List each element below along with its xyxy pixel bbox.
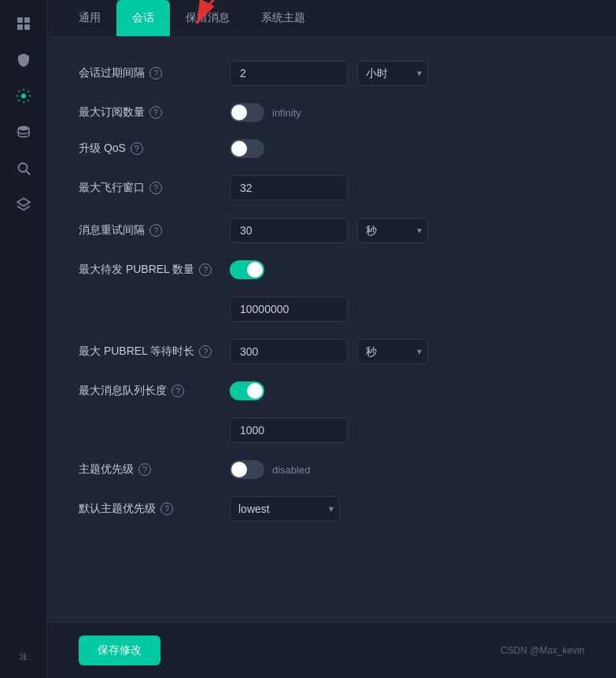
sidebar: 注	[0, 0, 47, 678]
help-max-inflight[interactable]: ?	[149, 182, 162, 194]
help-max-subscriptions[interactable]: ?	[149, 106, 162, 119]
svg-point-5	[18, 126, 29, 131]
tab-general[interactable]: 通用	[63, 0, 116, 36]
select-default-topic-priority[interactable]: lowest low medium high highest	[230, 496, 340, 521]
select-pubrel-unit[interactable]: 秒 分钟 小时	[357, 339, 428, 364]
toggle-topic-priority[interactable]	[230, 460, 264, 479]
settings-content: 会话过期间隔 ? 小时 分钟 秒 最大订阅数量 ?	[47, 37, 616, 622]
sidebar-bottom-label: 注	[20, 651, 28, 662]
row-max-inflight: 最大飞行窗口 ?	[79, 175, 585, 201]
hint-max-subscriptions: infinity	[272, 107, 301, 119]
input-awaiting-rel-value[interactable]	[230, 297, 348, 322]
select-session-unit[interactable]: 小时 分钟 秒	[357, 61, 428, 86]
toggle-knob	[231, 105, 247, 120]
sidebar-item-shield[interactable]	[8, 44, 39, 76]
toggle-upgrade-qos[interactable]	[230, 139, 264, 158]
row-retry-interval: 消息重试间隔 ? 秒 分钟 小时	[79, 218, 585, 243]
row-session-expiry: 会话过期间隔 ? 小时 分钟 秒	[79, 61, 585, 86]
label-max-pubrel-wait: 最大 PUBREL 等待时长 ?	[79, 345, 220, 359]
input-retry-interval[interactable]	[230, 218, 348, 243]
row-topic-priority: 主题优先级 ? disabled	[79, 460, 585, 479]
tab-retained[interactable]: 保留消息	[170, 0, 245, 36]
input-session-expiry[interactable]	[230, 61, 348, 86]
help-default-topic-priority[interactable]: ?	[160, 503, 173, 515]
sub-row-awaiting-rel-value	[79, 297, 585, 322]
tab-theme[interactable]: 系统主题	[245, 0, 321, 36]
row-default-topic-priority: 默认主题优先级 ? lowest low medium high highest	[79, 496, 585, 521]
label-session-expiry: 会话过期间隔 ?	[79, 66, 220, 80]
svg-point-6	[18, 164, 27, 172]
select-wrapper-pubrel-unit: 秒 分钟 小时	[357, 339, 428, 364]
select-wrapper-default-priority: lowest low medium high highest	[230, 496, 340, 521]
select-wrapper-retry-unit: 秒 分钟 小时	[357, 218, 428, 243]
svg-line-7	[26, 171, 30, 175]
row-max-subscriptions: 最大订阅数量 ? infinity	[79, 103, 585, 122]
sidebar-item-dashboard[interactable]	[8, 8, 39, 39]
row-upgrade-qos: 升级 QoS ?	[79, 139, 585, 158]
svg-rect-1	[24, 17, 30, 23]
label-max-inflight: 最大飞行窗口 ?	[79, 181, 220, 195]
input-max-pubrel-wait[interactable]	[230, 339, 348, 364]
toggle-wrap-topic-priority: disabled	[230, 460, 310, 479]
sidebar-item-search[interactable]	[8, 153, 39, 184]
svg-marker-8	[17, 198, 30, 206]
toggle-knob-qos	[231, 141, 247, 157]
svg-rect-3	[24, 24, 30, 30]
row-max-pubrel-wait: 最大 PUBREL 等待时长 ? 秒 分钟 小时	[79, 339, 585, 364]
footer-credit: CSDN @Max_kevin	[500, 645, 585, 656]
help-max-awaiting-rel[interactable]: ?	[199, 263, 212, 276]
help-upgrade-qos[interactable]: ?	[131, 142, 143, 155]
help-session-expiry[interactable]: ?	[149, 67, 162, 79]
sidebar-bottom: 注	[20, 650, 28, 670]
label-retry-interval: 消息重试间隔 ?	[79, 223, 220, 238]
label-default-topic-priority: 默认主题优先级 ?	[79, 502, 220, 516]
main-content: 通用 会话 保留消息 系统主题 会话过期间隔 ? 小时	[47, 0, 616, 678]
label-max-awaiting-rel: 最大待发 PUBREL 数量 ?	[79, 263, 220, 277]
select-retry-unit[interactable]: 秒 分钟 小时	[357, 218, 428, 243]
toggle-knob-topic-priority	[231, 462, 247, 477]
toggle-max-mqueue[interactable]	[230, 381, 264, 400]
help-max-mqueue[interactable]: ?	[172, 385, 184, 397]
sidebar-item-layers[interactable]	[8, 189, 39, 220]
row-max-mqueue: 最大消息队列长度 ?	[79, 381, 585, 400]
input-max-inflight[interactable]	[230, 175, 348, 201]
help-topic-priority[interactable]: ?	[138, 463, 151, 476]
toggle-knob-awaiting	[247, 262, 263, 278]
save-button[interactable]: 保存修改	[79, 636, 160, 665]
footer: 保存修改 CSDN @Max_kevin	[47, 622, 616, 678]
help-retry-interval[interactable]: ?	[149, 224, 162, 237]
select-wrapper-session-unit: 小时 分钟 秒	[357, 61, 428, 86]
toggle-knob-mqueue	[247, 383, 263, 399]
svg-rect-2	[17, 24, 23, 30]
label-max-subscriptions: 最大订阅数量 ?	[79, 105, 220, 120]
tab-session[interactable]: 会话	[116, 0, 170, 36]
toggle-max-subscriptions[interactable]	[230, 103, 264, 122]
svg-rect-0	[17, 17, 23, 23]
label-topic-priority: 主题优先级 ?	[79, 462, 220, 477]
label-max-mqueue: 最大消息队列长度 ?	[79, 384, 220, 398]
svg-point-4	[21, 94, 26, 98]
tabs-bar: 通用 会话 保留消息 系统主题	[47, 0, 616, 37]
sidebar-item-database[interactable]	[8, 116, 39, 148]
toggle-wrap-max-subscriptions: infinity	[230, 103, 301, 122]
input-mqueue-value[interactable]	[230, 418, 348, 443]
sub-row-mqueue-value	[79, 418, 585, 443]
help-max-pubrel-wait[interactable]: ?	[199, 345, 212, 358]
label-upgrade-qos: 升级 QoS ?	[79, 142, 220, 156]
sidebar-item-settings[interactable]	[8, 80, 39, 112]
row-max-awaiting-rel: 最大待发 PUBREL 数量 ?	[79, 260, 585, 279]
toggle-max-awaiting-rel[interactable]	[230, 260, 264, 279]
hint-topic-priority: disabled	[272, 464, 310, 476]
